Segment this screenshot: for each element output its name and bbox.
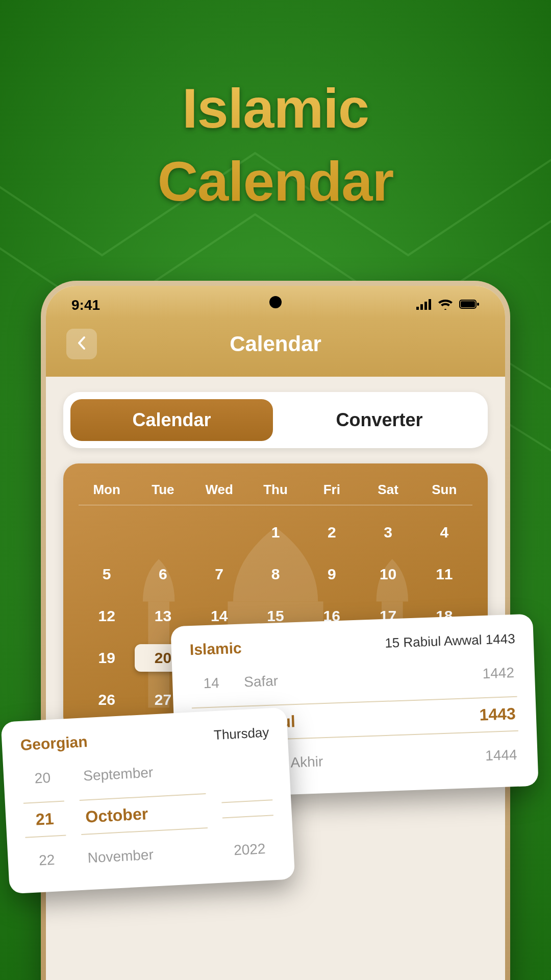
weekday-label: Thu [247,482,304,498]
date-cell [191,519,247,546]
tab-converter[interactable]: Converter [278,399,481,441]
date-cell[interactable]: 9 [304,560,360,588]
picker-year: 1443 [461,696,518,733]
converter-card-georgian: Georgian Thursday 20September21October22… [1,707,295,894]
svg-rect-6 [477,303,479,306]
status-bar: 9:41 [46,286,505,318]
georgian-card-subtitle: Thursday [213,724,269,743]
picker-month: September [78,761,205,786]
weekday-label: Tue [135,482,191,498]
weekday-label: Wed [191,482,247,498]
svg-rect-2 [424,302,427,310]
signal-icon [416,297,432,313]
page-title: Calendar [66,332,485,356]
date-cell[interactable]: 10 [360,560,416,588]
app-header: Calendar [46,318,505,377]
date-cell[interactable]: 12 [79,602,135,630]
date-cell [135,519,191,546]
date-cell[interactable]: 1 [247,519,304,546]
date-cell[interactable]: 7 [191,560,247,588]
picker-year: 2022 [223,839,276,860]
hero-line-2: Calendar [0,144,551,217]
date-cell[interactable]: 26 [79,686,135,714]
tab-switcher: Calendar Converter [63,392,488,448]
picker-month: Safar [232,666,461,692]
date-cell[interactable]: 19 [79,644,135,672]
picker-day: 21 [23,801,66,838]
svg-rect-5 [461,301,475,307]
picker-year: 1442 [460,664,516,684]
picker-year [221,799,273,818]
picker-day: 22 [26,850,68,870]
picker-day: 20 [22,768,64,789]
picker-day: 14 [191,673,232,693]
date-cell[interactable]: 4 [416,519,472,546]
date-cell [79,519,135,546]
date-cell[interactable]: 11 [416,560,472,588]
georgian-picker[interactable]: 20September21October22November2022 [21,750,276,877]
camera-notch [269,296,282,308]
weekday-label: Sat [360,482,416,498]
date-cell[interactable]: 3 [360,519,416,546]
hero-title: Islamic Calendar [0,0,551,217]
date-cell[interactable]: 6 [135,560,191,588]
date-cell[interactable]: 8 [247,560,304,588]
islamic-card-title: Islamic [189,640,242,659]
hero-line-1: Islamic [0,71,551,144]
tab-calendar[interactable]: Calendar [70,399,273,441]
date-cell[interactable]: 2 [304,519,360,546]
weekday-label: Mon [79,482,135,498]
status-time: 9:41 [71,297,100,313]
svg-rect-1 [420,304,423,310]
date-cell[interactable]: 5 [79,560,135,588]
weekday-label: Sun [416,482,472,498]
picker-month: November [82,843,210,868]
picker-month: October [80,793,208,835]
wifi-icon [438,297,453,313]
weekday-header-row: MonTueWedThuFriSatSun [79,482,472,505]
svg-rect-3 [429,299,431,310]
weekday-label: Fri [304,482,360,498]
picker-year [220,765,271,770]
picker-year: 1444 [463,746,519,766]
svg-rect-0 [416,307,419,310]
battery-icon [459,297,480,313]
islamic-card-subtitle: 15 Rabiul Awwal 1443 [385,630,515,651]
georgian-card-title: Georgian [20,733,88,754]
